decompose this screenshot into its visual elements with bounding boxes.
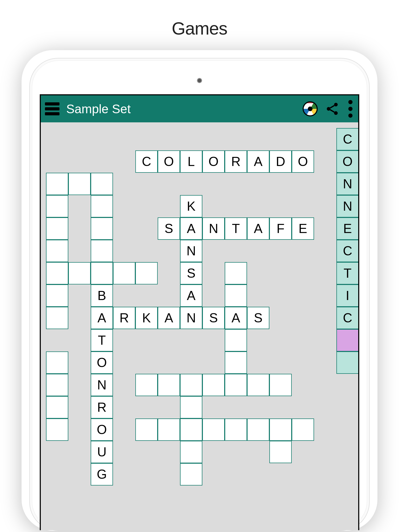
crossword-cell[interactable]: R xyxy=(113,307,135,329)
app-bar-title: Sample Set xyxy=(66,102,131,116)
share-icon[interactable] xyxy=(325,102,340,116)
crossword-cell[interactable] xyxy=(135,262,158,284)
crossword-cell[interactable]: C xyxy=(135,150,158,173)
crossword-cell[interactable]: T xyxy=(91,329,113,351)
crossword-cell[interactable]: O xyxy=(292,150,314,173)
crossword-cell[interactable] xyxy=(46,307,68,329)
crossword-cell[interactable] xyxy=(225,262,247,284)
crossword-cell[interactable]: A xyxy=(180,284,202,307)
crossword-cell[interactable] xyxy=(180,441,202,463)
crossword-cell[interactable] xyxy=(247,418,269,441)
crossword-cell[interactable] xyxy=(180,463,202,486)
crossword-cell[interactable] xyxy=(336,329,359,351)
crossword-cell[interactable]: R xyxy=(225,150,247,173)
crossword-cell[interactable] xyxy=(46,284,68,307)
crossword-cell[interactable]: O xyxy=(91,351,113,374)
crossword-cell[interactable] xyxy=(202,418,225,441)
crossword-cell[interactable]: N xyxy=(180,307,202,329)
crossword-cell[interactable]: N xyxy=(180,240,202,262)
crossword-cell[interactable] xyxy=(135,374,158,396)
crossword-cell[interactable]: A xyxy=(158,307,180,329)
crossword-cell[interactable]: E xyxy=(292,217,314,240)
crossword-cell[interactable]: I xyxy=(336,284,359,307)
crossword-cell[interactable] xyxy=(180,396,202,418)
crossword-cell[interactable] xyxy=(225,351,247,374)
crossword-cell[interactable]: T xyxy=(336,262,359,284)
overflow-menu-icon[interactable] xyxy=(347,99,354,119)
crossword-cell[interactable] xyxy=(91,217,113,240)
crossword-cell[interactable]: A xyxy=(247,150,269,173)
crossword-cell[interactable] xyxy=(247,374,269,396)
crossword-cell[interactable] xyxy=(180,418,202,441)
crossword-cell[interactable]: N xyxy=(336,195,359,217)
crossword-cell[interactable]: S xyxy=(180,262,202,284)
app-bar: Sample Set xyxy=(41,95,358,122)
crossword-cell[interactable] xyxy=(158,374,180,396)
crossword-cell[interactable]: E xyxy=(336,217,359,240)
crossword-cell[interactable]: A xyxy=(91,307,113,329)
crossword-cell[interactable] xyxy=(135,418,158,441)
crossword-cell[interactable] xyxy=(46,240,68,262)
crossword-cell[interactable]: A xyxy=(180,217,202,240)
crossword-cell[interactable]: T xyxy=(225,217,247,240)
crossword-cell[interactable]: C xyxy=(336,240,359,262)
crossword-cell[interactable] xyxy=(46,374,68,396)
crossword-area[interactable]: CCOLORADOONKNSANTAFEENCSTBAIARKANSASCTON… xyxy=(41,122,358,530)
crossword-cell[interactable]: D xyxy=(269,150,292,173)
crossword-cell[interactable] xyxy=(46,396,68,418)
crossword-cell[interactable] xyxy=(91,240,113,262)
crossword-cell[interactable] xyxy=(46,262,68,284)
crossword-cell[interactable] xyxy=(269,441,292,463)
crossword-cell[interactable]: A xyxy=(247,217,269,240)
crossword-cell[interactable]: O xyxy=(202,150,225,173)
crossword-cell[interactable]: C xyxy=(336,128,359,150)
crossword-cell[interactable]: C xyxy=(336,307,359,329)
crossword-cell[interactable]: O xyxy=(91,418,113,441)
crossword-cell[interactable] xyxy=(113,262,135,284)
tablet-frame: Sample Set xyxy=(29,58,370,531)
crossword-cell[interactable] xyxy=(292,418,314,441)
crossword-cell[interactable] xyxy=(225,284,247,307)
crossword-cell[interactable] xyxy=(225,374,247,396)
crossword-cell[interactable] xyxy=(46,418,68,441)
crossword-cell[interactable]: K xyxy=(180,195,202,217)
crossword-cell[interactable] xyxy=(91,195,113,217)
menu-icon[interactable] xyxy=(45,102,59,115)
crossword-cell[interactable]: S xyxy=(247,307,269,329)
crossword-cell[interactable] xyxy=(269,374,292,396)
crossword-cell[interactable] xyxy=(91,262,113,284)
crossword-cell[interactable] xyxy=(46,173,68,195)
crossword-cell[interactable]: N xyxy=(336,173,359,195)
crossword-cell[interactable]: N xyxy=(202,217,225,240)
crossword-cell[interactable] xyxy=(225,418,247,441)
svg-point-2 xyxy=(334,111,338,115)
crossword-cell[interactable] xyxy=(158,418,180,441)
crossword-cell[interactable] xyxy=(202,374,225,396)
tablet-camera xyxy=(197,78,202,83)
color-wheel-icon[interactable] xyxy=(303,101,318,116)
crossword-cell[interactable] xyxy=(46,217,68,240)
crossword-cell[interactable]: G xyxy=(91,463,113,486)
crossword-cell[interactable]: K xyxy=(135,307,158,329)
crossword-cell[interactable] xyxy=(91,173,113,195)
crossword-cell[interactable]: O xyxy=(336,150,359,173)
crossword-cell[interactable]: A xyxy=(225,307,247,329)
crossword-cell[interactable] xyxy=(46,351,68,374)
crossword-cell[interactable]: R xyxy=(91,396,113,418)
crossword-cell[interactable] xyxy=(46,195,68,217)
crossword-cell[interactable]: N xyxy=(91,374,113,396)
crossword-cell[interactable]: S xyxy=(202,307,225,329)
crossword-cell[interactable] xyxy=(336,351,359,374)
crossword-cell[interactable]: U xyxy=(91,441,113,463)
crossword-cell[interactable]: L xyxy=(180,150,202,173)
crossword-cell[interactable] xyxy=(225,329,247,351)
crossword-cell[interactable]: O xyxy=(158,150,180,173)
crossword-cell[interactable] xyxy=(180,374,202,396)
svg-point-0 xyxy=(334,103,338,107)
crossword-cell[interactable]: B xyxy=(91,284,113,307)
crossword-cell[interactable]: F xyxy=(269,217,292,240)
crossword-cell[interactable] xyxy=(269,418,292,441)
crossword-cell[interactable] xyxy=(68,173,91,195)
crossword-cell[interactable] xyxy=(68,262,91,284)
crossword-cell[interactable]: S xyxy=(158,217,180,240)
